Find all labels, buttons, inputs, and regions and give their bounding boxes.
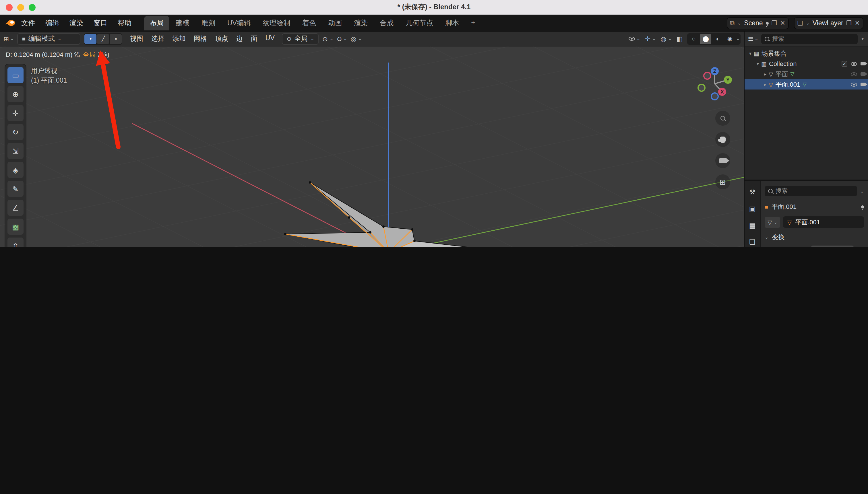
workspace-tab[interactable]: 几何节点 xyxy=(400,16,439,30)
workspace-tab[interactable]: 脚本 xyxy=(440,16,465,30)
render-properties-tab[interactable]: ▣ xyxy=(745,202,760,216)
camera-off-icon[interactable] xyxy=(861,72,866,76)
gizmo-x-negative[interactable] xyxy=(704,72,711,79)
measure-tool-button[interactable]: ∠ xyxy=(7,200,23,216)
outliner-search-input[interactable]: 搜索 xyxy=(761,34,858,44)
expand-caret-icon[interactable]: ▾ xyxy=(749,51,752,56)
navigation-gizmo[interactable]: Z Y X xyxy=(696,65,734,103)
eye-icon[interactable] xyxy=(851,62,857,66)
scene-selector[interactable]: ⧉ ⌄ Scene ❐ ✕ xyxy=(726,17,789,29)
pin-scene-icon[interactable] xyxy=(765,21,769,24)
workspace-tab[interactable]: 渲染 xyxy=(348,16,373,30)
mesh-star[interactable] xyxy=(138,181,551,247)
minimize-window-button[interactable] xyxy=(17,4,24,11)
solid-shading-button[interactable]: ⬤ xyxy=(700,34,712,44)
checkbox-icon[interactable]: ✓ xyxy=(842,61,847,66)
expand-caret-icon[interactable]: ▾ xyxy=(757,61,759,66)
viewport-menu[interactable]: UV xyxy=(261,33,279,45)
menu-item[interactable]: 渲染 xyxy=(64,16,88,30)
workspace-tab[interactable]: UV编辑 xyxy=(222,16,256,30)
new-viewlayer-icon[interactable]: ❐ xyxy=(846,19,852,27)
zoom-window-button[interactable] xyxy=(29,4,36,11)
menu-item[interactable]: 编辑 xyxy=(40,16,64,30)
camera-view-button[interactable] xyxy=(715,153,730,168)
remove-viewlayer-icon[interactable]: ✕ xyxy=(855,19,860,27)
eye-off-icon[interactable] xyxy=(851,72,857,76)
add-cube-tool-button[interactable]: ▩ xyxy=(7,218,23,235)
viewport-menu[interactable]: 视图 xyxy=(126,33,147,45)
view-layer-properties-tab[interactable]: ❏ xyxy=(745,235,760,247)
browse-object-button[interactable]: ▽ ⌄ xyxy=(765,216,780,228)
vertex-select-mode-button[interactable]: • xyxy=(85,34,97,44)
move-tool-button[interactable]: ✛ xyxy=(7,105,23,121)
scale-tool-button[interactable]: ⇲ xyxy=(7,143,23,159)
eye-icon[interactable] xyxy=(851,82,857,87)
filter-funnel-icon[interactable]: ▼ xyxy=(861,37,865,41)
xray-toggle-button[interactable]: ◧ xyxy=(677,35,683,43)
object-visibility-dropdown[interactable]: ⌄ xyxy=(628,36,640,41)
expand-caret-icon[interactable]: ▸ xyxy=(764,72,767,77)
add-workspace-button[interactable]: + xyxy=(465,16,481,30)
gizmo-y-negative[interactable] xyxy=(698,84,705,91)
viewlayer-selector[interactable]: ❏ ⌄ ViewLayer ❐ ✕ xyxy=(794,17,863,29)
outliner-row[interactable]: ▸▽平面▽ xyxy=(744,69,868,79)
material-shading-button[interactable]: ◐ xyxy=(712,34,724,44)
unlink-scene-icon[interactable]: ✕ xyxy=(780,19,785,27)
viewport-3d[interactable]: D: 0.1204 m (0.1204 m) 沿 全局 Z 向 用户透视 (1)… xyxy=(0,46,744,247)
transform-tool-button[interactable]: ◈ xyxy=(7,162,23,178)
new-scene-icon[interactable]: ❐ xyxy=(771,19,777,27)
edge-select-mode-button[interactable]: ╱ xyxy=(97,34,109,44)
pin-id-icon[interactable] xyxy=(861,205,864,208)
properties-search-input[interactable]: 搜索 xyxy=(765,186,857,196)
cursor-tool-button[interactable]: ⊕ xyxy=(7,86,23,102)
wireframe-shading-button[interactable]: ◌ xyxy=(688,34,700,44)
workspace-tab[interactable]: 动画 xyxy=(322,16,348,30)
snap-dropdown[interactable]: Ω ⌄ xyxy=(337,36,347,42)
workspace-tab[interactable]: 着色 xyxy=(296,16,322,30)
camera-icon[interactable] xyxy=(861,83,866,86)
overlays-dropdown[interactable]: ◍ ⌄ xyxy=(661,35,672,43)
viewport-menu[interactable]: 边 xyxy=(232,33,247,45)
viewport-menu[interactable]: 面 xyxy=(247,33,261,45)
rotate-tool-button[interactable]: ↻ xyxy=(7,124,23,140)
annotate-tool-button[interactable]: ✎ xyxy=(7,181,23,197)
workspace-tab[interactable]: 雕刻 xyxy=(196,16,221,30)
viewport-menu[interactable]: 顶点 xyxy=(211,33,232,45)
outliner-row[interactable]: ▾▦Collection✓ xyxy=(744,58,868,69)
mode-select-dropdown[interactable]: ■ 编辑模式 ⌄ xyxy=(18,33,81,44)
workspace-tab[interactable]: 合成 xyxy=(374,16,399,30)
chevron-down-icon[interactable]: ⌄ xyxy=(860,189,864,194)
menu-item[interactable]: 窗口 xyxy=(88,16,112,30)
proportional-editing-dropdown[interactable]: ◎ ⌄ xyxy=(350,35,362,43)
transform-section-header[interactable]: ⌄ 变换 xyxy=(765,229,864,244)
transform-orientation-dropdown[interactable]: ⊕ 全局 ⌄ xyxy=(282,33,319,44)
expand-caret-icon[interactable]: ▸ xyxy=(764,82,767,87)
viewport-menu[interactable]: 选择 xyxy=(147,33,168,45)
menu-item[interactable]: 帮助 xyxy=(112,16,136,30)
menu-item[interactable]: 文件 xyxy=(16,16,40,30)
close-window-button[interactable] xyxy=(6,4,13,11)
transform-value-field[interactable]: 0 m xyxy=(811,245,854,247)
output-properties-tab[interactable]: ▤ xyxy=(745,218,760,232)
extrude-region-tool-button[interactable]: ⇧ xyxy=(7,238,23,247)
workspace-tab[interactable]: 布局 xyxy=(144,16,169,30)
orthographic-toggle-button[interactable]: ⊞ xyxy=(715,174,730,189)
viewport-menu[interactable]: 网格 xyxy=(190,33,211,45)
tool-properties-tab[interactable]: ⚒ xyxy=(745,185,760,199)
workspace-tab[interactable]: 建模 xyxy=(170,16,195,30)
face-select-mode-button[interactable]: ▪ xyxy=(110,34,122,44)
object-name-field[interactable]: ▽ 平面.001 xyxy=(783,216,864,228)
workspace-tab[interactable]: 纹理绘制 xyxy=(257,16,296,30)
viewport-menu[interactable]: 添加 xyxy=(168,33,190,45)
outliner-row[interactable]: ▪▸▽平面.001▽ xyxy=(744,79,868,90)
pan-button[interactable] xyxy=(715,132,730,147)
pivot-point-dropdown[interactable]: ⊙ ⌄ xyxy=(322,35,334,43)
tweak-select-tool-button[interactable]: ▭ xyxy=(7,67,23,83)
outliner-editor-button[interactable]: ≡ ⌄ xyxy=(748,34,758,44)
camera-icon[interactable] xyxy=(861,62,866,65)
outliner-row[interactable]: ▾▦场景集合 xyxy=(744,48,868,58)
zoom-button[interactable] xyxy=(715,111,730,126)
gizmos-dropdown[interactable]: ✛ ⌄ xyxy=(645,35,656,43)
editor-type-button[interactable]: ⊞ ⌄ xyxy=(3,35,14,43)
rendered-shading-button[interactable]: ◉ xyxy=(724,34,736,44)
